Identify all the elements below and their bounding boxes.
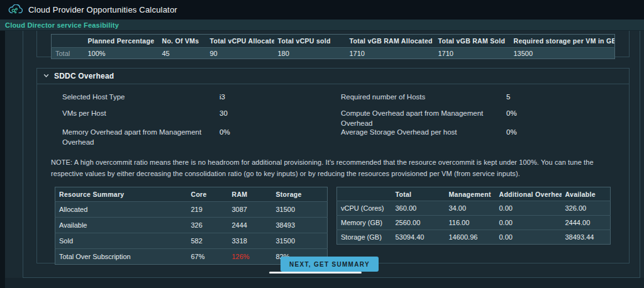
field-value: 0%	[219, 127, 341, 137]
cell: 38493.44	[562, 230, 611, 245]
cell: 0.00	[496, 216, 562, 230]
table-row: Allocated 219 3087 31500	[55, 202, 328, 218]
cell: 0.00	[496, 230, 562, 245]
column-header: Total vCPU Allocated	[206, 35, 274, 48]
cell: 219	[187, 202, 228, 218]
row-label: Available	[55, 218, 187, 233]
cell: 45	[158, 48, 206, 59]
main-content: Planned Percentage No. Of VMs Total vCPU…	[0, 31, 644, 288]
field-value: 30	[219, 108, 341, 118]
chevron-down-icon	[43, 70, 50, 82]
table-row: Memory (GB) 2560.00 116.00 0.00 2444.00	[337, 216, 611, 230]
table-row: vCPU (Cores) 360.00 34.00 0.00 326.00	[337, 201, 611, 216]
column-header: RAM	[228, 187, 272, 202]
cell: 3318	[228, 233, 272, 249]
cell: 0.00	[496, 201, 562, 216]
column-header: Total vGB RAM Sold	[435, 35, 510, 48]
app-title: Cloud Provider Opportunities Calculator	[28, 5, 177, 14]
cell: 14600.96	[445, 230, 496, 245]
breadcrumb-bar: Cloud Director service Feasibility	[0, 19, 644, 31]
cell: 2444.00	[562, 216, 611, 230]
column-header: Available	[562, 187, 611, 201]
table-row: Storage (GB) 53094.40 14600.96 0.00 3849…	[337, 230, 611, 245]
over-subscription-alert-cell: 126%	[228, 249, 272, 265]
cell: 34.00	[445, 201, 496, 216]
cell: 2444	[228, 218, 272, 233]
overhead-breakdown-header-row: Total Management Additional Overhead Ava…	[337, 187, 611, 201]
column-header: Total vCPU sold	[274, 35, 346, 48]
cell: 582	[187, 233, 228, 249]
column-header: Total	[392, 187, 445, 201]
row-label: Storage (GB)	[337, 230, 392, 245]
field-label: Selected Host Type	[62, 92, 219, 102]
cell: 180	[274, 48, 346, 59]
overcommit-note: NOTE: A high overcommit ratio means ther…	[51, 157, 614, 179]
field-label: Compute Overhead apart from Management O…	[341, 108, 506, 128]
cell: 326	[187, 218, 228, 233]
sddc-overhead-accordion-header[interactable]: SDDC Overhead	[37, 69, 629, 84]
row-label: Memory (GB)	[337, 216, 392, 230]
cell: 31500	[272, 233, 328, 249]
column-header: Total vGB RAM Allocated	[346, 35, 435, 48]
breadcrumb-feasibility-link[interactable]: Cloud Director service Feasibility	[5, 21, 119, 29]
cell: 13500	[510, 48, 615, 59]
left-edge-strip	[0, 31, 5, 288]
row-label: vCPU (Cores)	[337, 201, 392, 216]
column-header	[52, 35, 84, 48]
sddc-fields: Selected Host Type i3 Required number of…	[62, 92, 629, 155]
field-value: i3	[219, 92, 341, 102]
column-header: Resource Summary	[55, 187, 187, 202]
column-header: No. Of VMs	[158, 35, 206, 48]
totals-table: Planned Percentage No. Of VMs Total vCPU…	[51, 34, 615, 59]
field-label: Average Storage Overhead per host	[341, 127, 506, 137]
cell: 100%	[84, 48, 158, 59]
cell: 67%	[187, 249, 228, 265]
field-label: Memory Overhead apart from Management Ov…	[62, 127, 219, 147]
field-value: 5	[506, 92, 629, 102]
cell: 1710	[435, 48, 510, 59]
cell: 31500	[272, 202, 328, 218]
column-header: Planned Percentage	[84, 35, 158, 48]
cell: 90	[206, 48, 274, 59]
totals-table-header-row: Planned Percentage No. Of VMs Total vCPU…	[52, 35, 615, 48]
resource-summary-header-row: Resource Summary Core RAM Storage	[55, 187, 328, 202]
cell: 326.00	[562, 201, 611, 216]
cell: 116.00	[445, 216, 496, 230]
resource-summary-table: Resource Summary Core RAM Storage Alloca…	[55, 187, 328, 265]
totals-table-row: Total 100% 45 90 180 1710 1710 13500	[52, 48, 615, 59]
column-header: Core	[187, 187, 228, 202]
column-header: Storage	[272, 187, 328, 202]
cell: 38493	[272, 218, 328, 233]
column-header: Additional Overhead	[496, 187, 562, 201]
service-totals-section: Planned Percentage No. Of VMs Total vCPU…	[36, 31, 630, 57]
cloud-provider-logo-icon	[8, 4, 23, 15]
column-header: Management	[445, 187, 496, 201]
table-row: Sold 582 3318 31500	[55, 233, 328, 249]
cell: 1710	[346, 48, 435, 59]
cell: 3087	[228, 202, 272, 218]
cell: 2560.00	[392, 216, 445, 230]
overhead-breakdown-table: Total Management Additional Overhead Ava…	[336, 187, 611, 245]
horizontal-scrollbar-thumb[interactable]	[269, 272, 362, 274]
feasibility-card: Planned Percentage No. Of VMs Total vCPU…	[23, 28, 640, 278]
field-label: Required number of Hosts	[341, 92, 506, 102]
cell: 360.00	[392, 201, 445, 216]
field-label: VMs per Host	[62, 108, 219, 118]
table-row: Available 326 2444 38493	[55, 218, 328, 233]
sddc-overhead-panel: SDDC Overhead Selected Host Type i3 Requ…	[36, 68, 630, 263]
app-header: Cloud Provider Opportunities Calculator	[0, 0, 644, 19]
column-header	[337, 187, 392, 201]
row-label: Total	[52, 48, 84, 59]
panel-title: SDDC Overhead	[54, 72, 114, 80]
row-label: Allocated	[55, 202, 187, 218]
column-header: Required storage per VM in GB	[510, 35, 615, 48]
cell: 53094.40	[392, 230, 445, 245]
row-label: Total Over Subscription	[55, 249, 187, 265]
field-value: 0%	[506, 108, 629, 118]
next-get-summary-button[interactable]: NEXT, GET SUMMARY	[280, 257, 379, 272]
row-label: Sold	[55, 233, 187, 249]
page-bottom-strip	[5, 278, 644, 288]
field-value: 0%	[506, 127, 629, 137]
